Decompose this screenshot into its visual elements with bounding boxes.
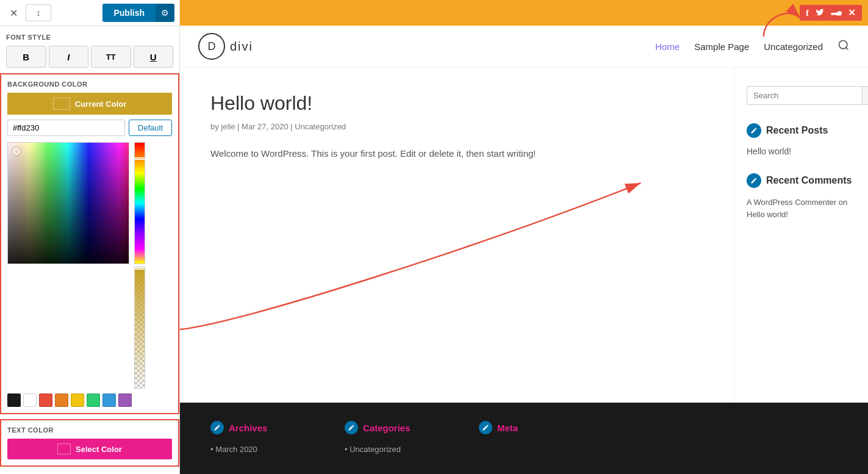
recent-comments-widget: Recent Comments A WordPress Commenter on…	[747, 173, 856, 220]
recent-comments-edit-icon[interactable]	[747, 173, 761, 188]
publish-main-button[interactable]: Publish	[102, 4, 156, 22]
alpha-slider[interactable]	[134, 267, 145, 389]
swatch-orange[interactable]	[55, 393, 68, 407]
footer-categories-title[interactable]: Categories	[345, 421, 442, 434]
arrows-button[interactable]: ↕	[26, 4, 51, 21]
italic-button[interactable]: I	[49, 46, 89, 68]
footer-archives-list: March 2020	[210, 443, 308, 456]
dropdown-bg-color-section: DROPDOWN MENU BACKGROUND COLOR Select Co…	[0, 467, 179, 474]
swatch-red[interactable]	[39, 393, 52, 407]
logo-text: divi	[230, 40, 253, 54]
nav-search-icon[interactable]	[838, 39, 850, 54]
nav-links: Home Sample Page Uncategorized	[655, 39, 850, 54]
color-gradient[interactable]	[7, 142, 129, 264]
text-color-section: TEXT COLOR Select Color	[0, 419, 179, 467]
sidebar-search-button[interactable]: Search	[862, 86, 868, 105]
main-content: Hello world! by jelle | Mar 27, 2020 | U…	[180, 68, 734, 403]
color-picker-area	[7, 142, 172, 389]
footer-archives-label: Archives	[229, 423, 267, 433]
social-icons-group: f ✕	[800, 5, 862, 21]
footer-archives-edit-icon[interactable]	[210, 421, 224, 434]
twitter-icon[interactable]	[815, 8, 825, 18]
close-button[interactable]: ✕	[5, 4, 22, 21]
current-color-text: Current Color	[75, 99, 127, 109]
footer-categories-item: Uncategorized	[345, 443, 442, 456]
text-color-select-bar[interactable]: Select Color	[7, 439, 172, 459]
recent-posts-edit-icon[interactable]	[747, 123, 761, 138]
svg-line-12	[846, 47, 848, 49]
hue-slider[interactable]	[134, 142, 145, 264]
font-style-row: B I TT U	[6, 46, 173, 68]
recent-posts-title: Recent Posts	[747, 123, 856, 138]
sidebar-search-input[interactable]	[747, 86, 862, 105]
recent-comments-text: A WordPress Commenter on Hello world!	[747, 196, 856, 220]
facebook-icon[interactable]: f	[806, 8, 809, 18]
alpha-thumb	[135, 267, 145, 270]
text-color-label: TEXT COLOR	[7, 426, 172, 434]
nav-uncategorized[interactable]: Uncategorized	[764, 41, 823, 52]
footer-meta-widget: Meta	[479, 421, 576, 456]
current-color-bar[interactable]: Current Color	[7, 93, 172, 115]
sidebar-search: Search	[747, 86, 856, 105]
footer-categories-label: Categories	[363, 423, 411, 433]
underline-button[interactable]: U	[134, 46, 174, 68]
recent-comments-title: Recent Comments	[747, 173, 856, 188]
social-bar: f ✕	[180, 0, 868, 26]
text-color-select-label: Select Color	[76, 445, 122, 454]
footer-categories-list: Uncategorized	[345, 443, 442, 456]
swatch-white[interactable]	[23, 393, 37, 407]
swatch-yellow[interactable]	[71, 393, 84, 407]
swatch-green[interactable]	[87, 393, 100, 407]
recent-posts-label: Recent Posts	[766, 125, 828, 136]
nav-home[interactable]: Home	[655, 41, 680, 52]
font-style-section: FONT STYLE B I TT U	[0, 26, 179, 73]
footer-categories-edit-icon[interactable]	[345, 421, 358, 434]
svg-rect-10	[831, 13, 839, 15]
close-social-icon[interactable]: ✕	[848, 7, 856, 18]
post-meta: by jelle | Mar 27, 2020 | Uncategorized	[210, 122, 703, 131]
post-title: Hello world!	[210, 92, 703, 115]
publish-gear-button[interactable]: ⚙	[156, 4, 174, 22]
swatch-blue[interactable]	[102, 393, 116, 407]
picker-indicator	[13, 148, 20, 155]
footer-archives-item: March 2020	[210, 443, 308, 456]
site-preview: f ✕ D divi Home Sample Page Uncategorize…	[180, 0, 868, 474]
tt-button[interactable]: TT	[91, 46, 131, 68]
hue-thumb	[135, 157, 145, 160]
footer-archives-title[interactable]: Archives	[210, 421, 308, 434]
default-button[interactable]: Default	[129, 120, 172, 136]
site-logo: D divi	[198, 33, 253, 60]
publish-button-group: Publish ⚙	[102, 4, 174, 22]
color-sliders	[134, 142, 145, 389]
hex-input[interactable]	[7, 120, 125, 136]
post-excerpt: Welcome to WordPress. This is your first…	[210, 146, 703, 162]
swatch-purple[interactable]	[118, 393, 132, 407]
footer-categories-widget: Categories Uncategorized	[345, 421, 442, 456]
svg-point-11	[839, 40, 847, 48]
text-color-swatch	[57, 443, 71, 454]
recent-posts-widget: Recent Posts Hello world!	[747, 123, 856, 156]
footer-meta-edit-icon[interactable]	[479, 421, 492, 434]
logo-circle: D	[198, 33, 225, 60]
font-style-label: FONT STYLE	[6, 34, 173, 41]
panel-topbar: ✕ ↕ Publish ⚙	[0, 0, 179, 26]
recent-comments-label: Recent Comments	[766, 175, 852, 186]
site-nav: D divi Home Sample Page Uncategorized	[180, 26, 868, 68]
footer-meta-title[interactable]: Meta	[479, 421, 576, 434]
background-color-label: BACKGROUND COLOR	[7, 81, 172, 88]
swatch-black[interactable]	[7, 393, 21, 407]
site-sidebar: Search Recent Posts Hello world!	[734, 68, 868, 403]
soundcloud-icon[interactable]	[831, 8, 842, 18]
footer-meta-label: Meta	[497, 423, 518, 433]
footer-archives-widget: Archives March 2020	[210, 421, 308, 456]
logo-letter: D	[208, 40, 216, 53]
color-swatches	[7, 393, 172, 407]
left-panel: ✕ ↕ Publish ⚙ FONT STYLE B I TT U BACKGR…	[0, 0, 180, 474]
bold-button[interactable]: B	[6, 46, 46, 68]
nav-sample-page[interactable]: Sample Page	[694, 41, 749, 52]
current-color-swatch	[53, 98, 70, 110]
recent-post-link[interactable]: Hello world!	[747, 146, 856, 156]
color-input-row: Default	[7, 120, 172, 136]
site-content: Hello world! by jelle | Mar 27, 2020 | U…	[180, 68, 868, 403]
site-footer: Archives March 2020 Categories Uncategor…	[180, 403, 868, 474]
